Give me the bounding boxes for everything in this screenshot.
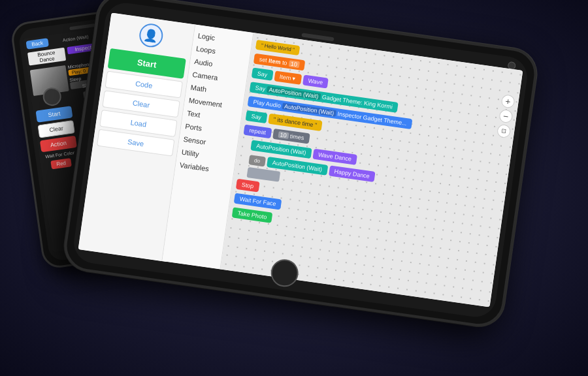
block-item[interactable]: Item ▾ <box>274 70 302 85</box>
action-wait-label: Action (Wait) <box>62 35 88 42</box>
block-say2[interactable]: Say <box>246 110 267 123</box>
code-area[interactable]: " Hello World " set Item to 10 Say Item … <box>231 39 518 256</box>
red-value: Red <box>51 158 72 169</box>
start-button-back[interactable]: Start <box>35 106 73 122</box>
user-avatar: 👤 <box>137 22 164 49</box>
wait-for-color-label: Wait For Color <box>45 150 74 159</box>
home-button-back[interactable] <box>41 86 62 107</box>
block-do-label: do <box>248 155 266 166</box>
block-repeat[interactable]: repeat <box>244 125 272 139</box>
bounce-dance-label[interactable]: Bounce Dance <box>27 48 66 66</box>
code-blocks-panel: + − ⊡ " Hello World " set Item to 10 <box>220 33 523 307</box>
back-button[interactable]: Back <box>25 38 48 50</box>
block-say[interactable]: Say <box>252 67 273 80</box>
block-take-photo[interactable]: Take Photo <box>232 207 273 223</box>
block-10-times[interactable]: 10 times <box>272 129 310 144</box>
clear-button-back[interactable]: Clear <box>38 120 75 138</box>
action-button-back[interactable]: Action <box>40 136 77 152</box>
phone-front: 👤 Start Code Clear Load Save Logic Loops… <box>61 0 540 330</box>
block-wave[interactable]: Wave <box>302 74 329 88</box>
block-stop[interactable]: Stop <box>236 179 259 193</box>
